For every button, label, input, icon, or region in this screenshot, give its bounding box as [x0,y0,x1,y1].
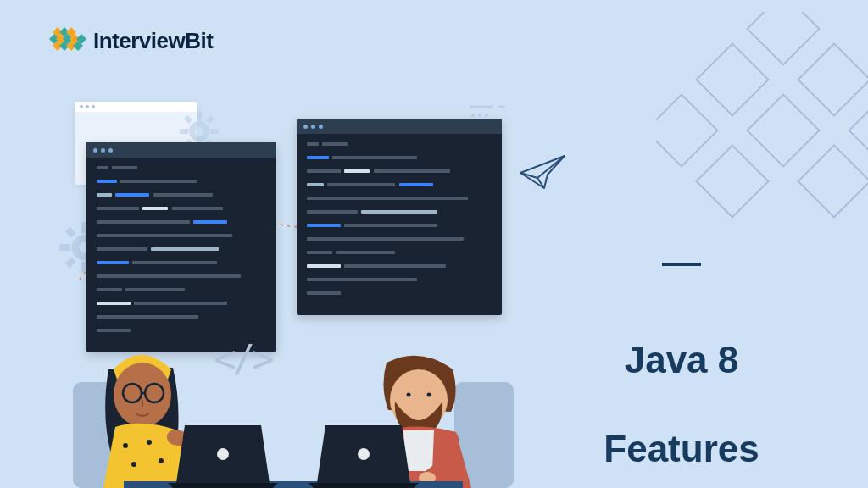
svg-point-69 [217,448,229,460]
svg-rect-1 [798,44,868,116]
svg-rect-6 [849,95,868,167]
svg-rect-3 [697,44,769,116]
page-title-block: Java 8 Features [571,263,792,488]
svg-point-61 [159,458,164,463]
dash-dots-decoration [470,103,520,119]
svg-point-42 [471,114,475,117]
svg-rect-0 [748,12,820,64]
laptop-right [309,425,419,488]
title-line-1: Java 8 [625,339,739,380]
logo-text: InterviewBit [93,28,213,54]
svg-rect-37 [65,258,76,269]
page-title: Java 8 Features [571,293,792,472]
brand-logo: InterviewBit [47,24,213,58]
paper-plane-icon [519,154,566,191]
svg-rect-21 [197,112,202,120]
laptop-left [168,425,278,488]
svg-rect-25 [184,115,192,124]
svg-point-44 [485,114,488,117]
svg-point-59 [147,440,152,445]
svg-point-72 [358,448,370,460]
diamond-grid-decoration [656,12,868,252]
svg-point-29 [195,127,203,136]
svg-marker-70 [168,483,278,488]
svg-rect-4 [697,146,769,218]
svg-rect-2 [748,95,820,167]
title-line-2: Features [604,428,759,469]
svg-point-65 [427,393,431,397]
svg-point-60 [131,462,136,467]
svg-rect-7 [656,95,717,167]
logo-diamond-icon [47,24,86,58]
svg-line-50 [537,156,565,178]
svg-rect-5 [798,146,868,218]
svg-marker-73 [309,483,419,488]
svg-rect-35 [65,227,76,238]
svg-rect-33 [60,244,71,251]
title-accent-top [662,263,701,266]
svg-point-43 [478,114,481,117]
illustration-people-coding [73,268,514,488]
svg-rect-26 [206,115,214,124]
svg-point-58 [123,443,128,448]
svg-rect-24 [210,129,219,134]
svg-rect-23 [180,129,188,134]
svg-point-64 [407,393,411,397]
